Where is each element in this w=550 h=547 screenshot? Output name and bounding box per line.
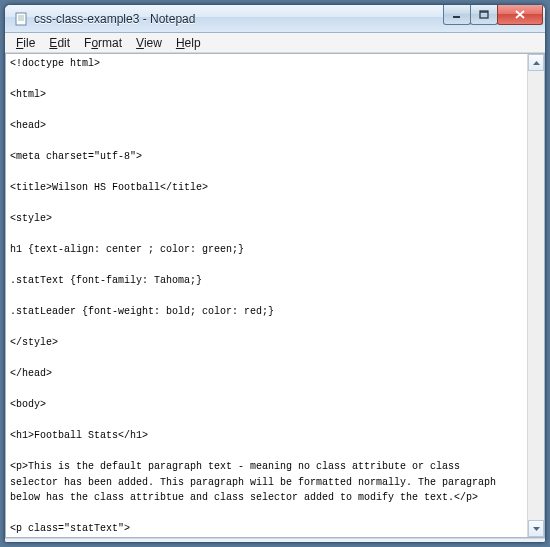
text-editor[interactable]: <!doctype html> <html> <head> <meta char… xyxy=(6,54,544,537)
scroll-up-button[interactable] xyxy=(528,54,544,71)
svg-rect-0 xyxy=(16,13,26,25)
menubar: File Edit Format View Help xyxy=(5,33,545,53)
menu-edit[interactable]: Edit xyxy=(42,34,77,52)
chevron-up-icon xyxy=(533,61,540,65)
maximize-icon xyxy=(479,10,489,20)
document-content: <!doctype html> <html> <head> <meta char… xyxy=(10,58,508,537)
svg-marker-9 xyxy=(533,61,540,65)
statusbar xyxy=(5,538,545,542)
menu-file[interactable]: File xyxy=(9,34,42,52)
scroll-down-button[interactable] xyxy=(528,520,544,537)
chevron-down-icon xyxy=(533,527,540,531)
menu-view[interactable]: View xyxy=(129,34,169,52)
svg-marker-10 xyxy=(533,527,540,531)
minimize-icon xyxy=(452,10,462,20)
maximize-button[interactable] xyxy=(470,5,498,25)
menu-help[interactable]: Help xyxy=(169,34,208,52)
window-controls xyxy=(444,5,543,25)
notepad-window: css-class-example3 - Notepad File Edit F… xyxy=(4,4,546,543)
vertical-scrollbar[interactable] xyxy=(527,54,544,537)
minimize-button[interactable] xyxy=(443,5,471,25)
close-icon xyxy=(514,10,526,20)
notepad-icon xyxy=(13,11,29,27)
editor-container: <!doctype html> <html> <head> <meta char… xyxy=(5,53,545,538)
menu-format[interactable]: Format xyxy=(77,34,129,52)
titlebar[interactable]: css-class-example3 - Notepad xyxy=(5,5,545,33)
window-title: css-class-example3 - Notepad xyxy=(34,12,444,26)
close-button[interactable] xyxy=(497,5,543,25)
